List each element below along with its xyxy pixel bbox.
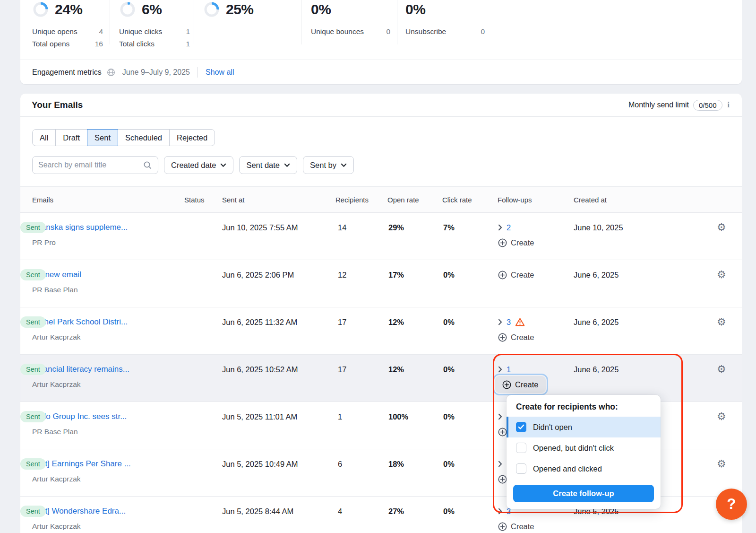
click-rate: 0%: [443, 314, 455, 330]
checkbox[interactable]: [516, 463, 526, 474]
create-followup-link[interactable]: Create: [498, 519, 534, 533]
metrics-card: 24% Unique opens 4 Total opens 16 6% Uni…: [20, 0, 742, 84]
tab-draft[interactable]: Draft: [55, 129, 87, 146]
donut-chart: [203, 1, 220, 18]
status-cell: Sent: [20, 314, 46, 330]
chevron-right-icon[interactable]: [498, 366, 502, 373]
recipients-count: 14: [338, 219, 346, 236]
search-box[interactable]: [32, 156, 158, 174]
create-followup-link[interactable]: Create: [498, 267, 534, 283]
click-rate: 0%: [443, 267, 455, 283]
plus-circle-icon: [498, 475, 507, 484]
popup-option-didn-t-open[interactable]: Didn't open: [507, 417, 661, 437]
sent-by-dropdown[interactable]: Sent by: [303, 156, 354, 174]
column-header-sent-at: Sent at: [222, 187, 245, 212]
chevron-right-icon[interactable]: [498, 224, 502, 231]
send-limit-badge: 0/500: [693, 100, 722, 111]
create-followup-link[interactable]: Create: [498, 330, 534, 345]
popup-option-opened-and-clicked[interactable]: Opened and clicked: [507, 458, 661, 479]
followups-cell: 3: [498, 314, 525, 330]
sent-at: Jun 6, 2025 10:52 AM: [222, 361, 298, 377]
followups-count[interactable]: 2: [507, 223, 511, 232]
stat-label: Unique clicks: [119, 27, 162, 36]
question-mark-icon: ?: [727, 496, 736, 513]
chevron-down-icon: [341, 163, 347, 167]
metric-card: 6% Unique clicks 1 Total clicks 1: [119, 0, 190, 50]
created-date-dropdown[interactable]: Created date: [164, 156, 233, 174]
checkbox-checked[interactable]: [516, 422, 526, 432]
tab-sent[interactable]: Sent: [87, 129, 118, 146]
click-rate: 0%: [443, 361, 455, 377]
gear-icon[interactable]: ⚙︎: [717, 219, 726, 236]
click-rate: 7%: [443, 219, 455, 236]
chevron-right-icon[interactable]: [498, 461, 502, 467]
email-title-link[interactable]: [test] Earnings Per Share ...: [32, 456, 131, 472]
gear-icon[interactable]: ⚙︎: [717, 267, 726, 283]
chevron-right-icon[interactable]: [498, 413, 502, 420]
send-limit-label: Monthly send limit: [628, 101, 689, 109]
status-badge: Sent: [20, 506, 46, 517]
click-rate: 0%: [443, 456, 455, 472]
dropdown-label: Created date: [171, 161, 216, 170]
create-followup-submit-button[interactable]: Create follow-up: [513, 485, 654, 502]
checkbox[interactable]: [516, 443, 526, 453]
sent-at: Jun 5, 2025 8:44 AM: [222, 503, 293, 519]
chevron-right-icon[interactable]: [498, 319, 502, 325]
gear-icon[interactable]: ⚙︎: [717, 314, 726, 330]
open-rate: 27%: [388, 503, 404, 519]
sent-at: Jun 5, 2025 10:49 AM: [222, 456, 298, 472]
email-subtitle: PR Base Plan: [32, 282, 78, 297]
create-followup-link[interactable]: [498, 472, 507, 487]
followups-count[interactable]: 3: [507, 318, 511, 327]
search-input[interactable]: [38, 161, 143, 169]
chevron-right-icon[interactable]: [498, 508, 502, 515]
sent-date-dropdown[interactable]: Sent date: [239, 156, 297, 174]
popup-option-opened-but-didn-t-click[interactable]: Opened, but didn't click: [507, 437, 661, 458]
option-label: Opened, but didn't click: [533, 444, 614, 453]
metric-card: 24% Unique opens 4 Total opens 16: [32, 0, 103, 50]
info-icon[interactable]: i: [727, 101, 730, 109]
create-followup-link[interactable]: Create: [498, 235, 534, 250]
tab-all[interactable]: All: [32, 129, 56, 146]
gear-icon[interactable]: ⚙︎: [717, 361, 726, 377]
create-label: Create: [515, 380, 539, 389]
table-row[interactable]: Skanska signs suppleme... PR Pro Sent Ju…: [20, 213, 742, 260]
status-cell: Sent: [20, 503, 46, 519]
table-row[interactable]: Bethel Park School Distri... Artur Kacpr…: [20, 307, 742, 355]
email-title-link[interactable]: Financial literacy remains...: [32, 361, 129, 377]
create-followup-link[interactable]: [498, 424, 507, 439]
email-title-link[interactable]: Skanska signs suppleme...: [32, 219, 128, 236]
recipients-count: 4: [338, 503, 342, 519]
gear-icon[interactable]: ⚙︎: [717, 456, 726, 472]
metric-stat: Total opens 16: [32, 38, 103, 50]
open-rate: 100%: [388, 409, 408, 425]
followups-count[interactable]: 1: [507, 365, 511, 374]
table-row[interactable]: My new email PR Base Plan Sent Jun 6, 20…: [20, 260, 742, 307]
donut-chart: [32, 1, 49, 18]
show-all-link[interactable]: Show all: [206, 68, 234, 77]
create-label: Create: [511, 238, 534, 247]
email-title-link[interactable]: Bethel Park School Distri...: [32, 314, 128, 330]
column-header-click-rate: Click rate: [442, 187, 472, 212]
column-header-open-rate: Open rate: [387, 187, 419, 212]
tab-rejected[interactable]: Rejected: [169, 129, 215, 146]
open-rate: 18%: [388, 456, 404, 472]
recipients-count: 17: [338, 361, 346, 377]
email-title-link[interactable]: [test] Wondershare Edra...: [32, 503, 126, 519]
email-subtitle: Artur Kacprzak: [32, 472, 81, 487]
status-badge: Sent: [20, 316, 46, 328]
tab-scheduled[interactable]: Scheduled: [118, 129, 170, 146]
status-badge: Sent: [20, 222, 46, 233]
plus-circle-icon: [498, 238, 507, 247]
plus-circle-icon: [498, 271, 507, 280]
your-emails-header: Your Emails Monthly send limit 0/500 i: [20, 94, 742, 117]
stat-label: Total opens: [32, 40, 69, 48]
stat-value: 4: [99, 27, 103, 36]
open-rate: 12%: [388, 361, 404, 377]
create-followup-button-focused[interactable]: Create: [495, 376, 546, 393]
help-button[interactable]: ?: [716, 489, 747, 520]
sent-at: Jun 6, 2025 2:06 PM: [222, 267, 294, 283]
metric-stat: Total clicks 1: [119, 38, 190, 50]
gear-icon[interactable]: ⚙︎: [717, 409, 726, 425]
email-title-link[interactable]: Hello Group Inc. sees str...: [32, 409, 127, 425]
